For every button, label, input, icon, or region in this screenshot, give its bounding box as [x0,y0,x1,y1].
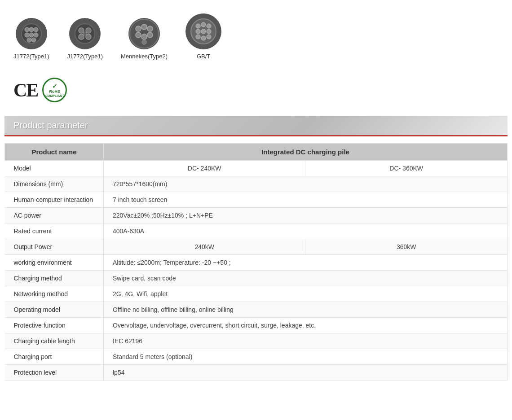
table-cell-value1: 7 inch touch screen [104,192,508,208]
table-cell-value1: DC- 240KW [104,161,305,176]
ce-logo: CE [13,79,38,101]
table-cell-value1: Offline no billing, offline billing, onl… [104,302,508,318]
table-cell-label: Charging port [5,349,104,365]
table-row: AC power220Vac±20% ;50Hz±10% ; L+N+PE [5,208,508,223]
connector-label-2: J1772(Type1) [67,53,103,60]
table-cell-value1: 720*557*1600(mm) [104,176,508,192]
table-row: Networking method2G, 4G, Wifi, applet [5,286,508,302]
svg-point-8 [31,38,36,42]
rohs-badge: ✓ RoHS COMPLIANT [42,78,67,102]
table-cell-value1: 220Vac±20% ;50Hz±10% ; L+N+PE [104,208,508,223]
connector-item-4: GB/T [185,13,221,60]
section-header: Product parameter [4,116,508,135]
table-cell-label: Dimensions (mm) [5,176,104,192]
svg-point-3 [34,27,38,32]
connector-icon-4 [185,13,221,49]
svg-point-19 [136,32,141,38]
section-divider [4,135,508,136]
svg-point-30 [196,35,200,39]
svg-point-20 [141,34,147,39]
svg-point-2 [29,27,34,32]
table-row: Protective functionOvervoltage, undervol… [5,318,508,333]
svg-point-29 [207,29,211,34]
table-cell-value1: 400A-630A [104,223,508,239]
table-cell-value1: 240kW [104,239,305,255]
connector-label-4: GB/T [197,53,210,60]
table-row: Human-computer interaction7 inch touch s… [5,192,508,208]
cert-section: CE ✓ RoHS COMPLIANT [4,73,508,111]
svg-point-24 [196,24,200,28]
table-cell-value1: Standard 5 meters (optional) [104,349,508,365]
table-cell-value1: Overvoltage, undervoltage, overcurrent, … [104,318,508,333]
svg-point-12 [79,34,84,39]
svg-point-28 [201,29,206,34]
svg-point-11 [86,28,91,33]
table-cell-value2: 360kW [305,239,508,255]
table-cell-label: Human-computer interaction [5,192,104,208]
table-cell-label: Protective function [5,318,104,333]
svg-point-5 [29,33,34,37]
table-cell-value1: Altitude: ≤2000m; Temperature: -20 ~+50 … [104,255,508,271]
svg-point-10 [79,28,84,33]
table-cell-value1: 2G, 4G, Wifi, applet [104,286,508,302]
svg-point-16 [136,26,141,31]
table-cell-label: working environment [5,255,104,271]
table-row: Operating modelOffline no billing, offli… [5,302,508,318]
table-row: Rated current400A-630A [5,223,508,239]
svg-point-14 [83,32,87,35]
table-row: Charging portStandard 5 meters (optional… [5,349,508,365]
table-cell-label: Rated current [5,223,104,239]
connector-label-3: Mennekes(Type2) [121,53,168,60]
connector-item-1: J1772(Type1) [13,18,49,60]
connector-icon-2 [69,18,101,49]
svg-point-7 [27,38,31,42]
table-row: Protection levellp54 [5,365,508,381]
svg-point-6 [34,33,38,37]
svg-point-17 [141,24,147,30]
svg-point-27 [196,29,200,34]
table-cell-label: Protection level [5,365,104,381]
connector-icon-1 [16,18,47,49]
svg-point-31 [201,36,206,40]
section-title: Product parameter [13,120,88,130]
table-row: Dimensions (mm)720*557*1600(mm) [5,176,508,192]
table-cell-label: Networking method [5,286,104,302]
table-cell-label: Charging cable length [5,333,104,349]
rohs-text-line2: COMPLIANT [45,94,64,98]
connector-icon-3 [128,18,160,49]
table-cell-label: Operating model [5,302,104,318]
table-row: Output Power240kW360kW [5,239,508,255]
svg-point-4 [25,33,29,37]
svg-point-21 [147,32,153,38]
table-row: ModelDC- 240KWDC- 360KW [5,161,508,176]
table-header-label: Product name [5,144,104,161]
table-row: working environmentAltitude: ≤2000m; Tem… [5,255,508,271]
svg-point-18 [147,26,153,31]
svg-point-1 [25,27,29,32]
table-cell-label: Charging method [5,271,104,286]
connector-label-1: J1772(Type1) [13,53,49,60]
svg-point-13 [86,34,91,39]
table-cell-value1: IEC 62196 [104,333,508,349]
svg-point-22 [142,40,146,44]
rohs-text-line1: RoHS [49,90,61,94]
svg-point-25 [201,22,206,27]
table-cell-value1: Swipe card, scan code [104,271,508,286]
rohs-check: ✓ [52,83,57,90]
svg-point-26 [207,24,211,28]
table-cell-value2: DC- 360KW [305,161,508,176]
connector-item-3: Mennekes(Type2) [121,18,168,60]
table-row: Charging cable lengthIEC 62196 [5,333,508,349]
table-row: Charging methodSwipe card, scan code [5,271,508,286]
table-cell-label: AC power [5,208,104,223]
table-cell-label: Output Power [5,239,104,255]
svg-point-32 [207,35,211,39]
param-table: Product name Integrated DC charging pile… [4,143,508,381]
table-cell-label: Model [5,161,104,176]
connectors-section: J1772(Type1) J1772(Type1) [4,9,508,64]
table-header-value: Integrated DC charging pile [104,144,508,161]
table-cell-value1: lp54 [104,365,508,381]
connector-item-2: J1772(Type1) [67,18,103,60]
